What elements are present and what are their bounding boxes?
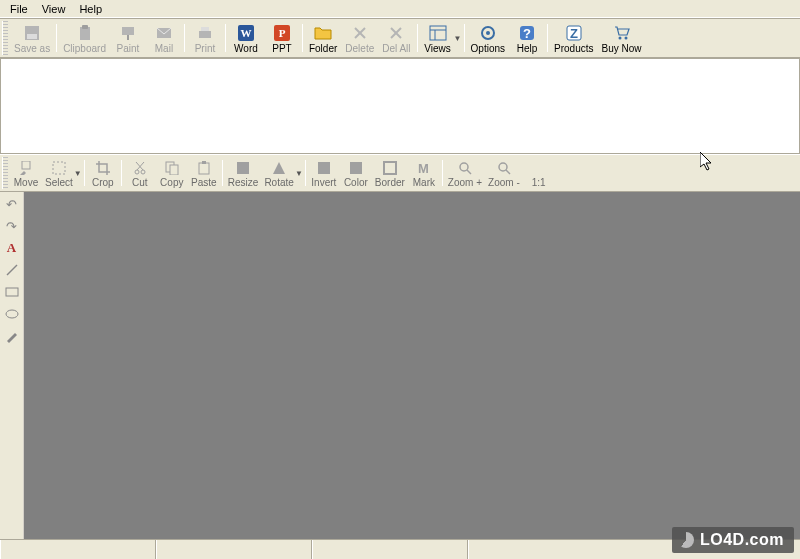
mail-button[interactable]: Mail	[146, 21, 182, 55]
invert-button[interactable]: Invert	[308, 157, 340, 189]
invert-label: Invert	[311, 177, 336, 188]
thumbnail-gallery[interactable]	[0, 58, 800, 154]
zoom-out-icon	[496, 160, 512, 176]
gear-icon	[479, 24, 497, 42]
svg-rect-17	[430, 26, 446, 40]
toolbar-separator	[56, 24, 57, 52]
select-button[interactable]: Select	[42, 157, 76, 189]
toolbar-grip[interactable]	[2, 21, 8, 55]
ppt-label: PPT	[272, 43, 291, 54]
crop-label: Crop	[92, 177, 114, 188]
views-button[interactable]: Views	[420, 21, 456, 55]
line-tool-icon[interactable]	[4, 262, 20, 278]
border-button[interactable]: Border	[372, 157, 408, 189]
rotate-button[interactable]: Rotate	[261, 157, 296, 189]
buy-now-label: Buy Now	[602, 43, 642, 54]
mail-label: Mail	[155, 43, 173, 54]
folder-button[interactable]: Folder	[305, 21, 341, 55]
help-icon: ?	[518, 24, 536, 42]
color-button[interactable]: Color	[340, 157, 372, 189]
print-button[interactable]: Print	[187, 21, 223, 55]
copy-icon	[164, 160, 180, 176]
cut-icon	[132, 160, 148, 176]
status-cell	[312, 540, 468, 559]
svg-text:P: P	[279, 27, 286, 39]
clipboard-button[interactable]: Clipboard	[59, 21, 110, 55]
copy-button[interactable]: Copy	[156, 157, 188, 189]
crop-icon	[95, 160, 111, 176]
pencil-tool-icon[interactable]	[4, 328, 20, 344]
crop-button[interactable]: Crop	[87, 157, 119, 189]
products-icon: Z	[565, 24, 583, 42]
status-cell	[156, 540, 312, 559]
paint-button[interactable]: Paint	[110, 21, 146, 55]
views-dropdown-arrow[interactable]: ▼	[454, 21, 462, 55]
cut-label: Cut	[132, 177, 148, 188]
toolbar-separator	[84, 160, 85, 186]
products-button[interactable]: Z Products	[550, 21, 597, 55]
options-button[interactable]: Options	[467, 21, 509, 55]
paint-icon	[119, 24, 137, 42]
ppt-button[interactable]: P PPT	[264, 21, 300, 55]
svg-line-33	[136, 162, 143, 170]
svg-rect-35	[170, 165, 178, 175]
cart-icon	[613, 24, 631, 42]
rotate-label: Rotate	[264, 177, 293, 188]
undo-icon[interactable]: ↶	[4, 196, 20, 212]
clipboard-icon	[76, 24, 94, 42]
toolbar-separator	[305, 160, 306, 186]
cut-button[interactable]: Cut	[124, 157, 156, 189]
svg-point-46	[499, 163, 507, 171]
delete-all-button[interactable]: Del All	[378, 21, 414, 55]
toolbar-separator	[547, 24, 548, 52]
side-toolbar: ↶ ↷ A	[0, 192, 24, 539]
rect-tool-icon[interactable]	[4, 284, 20, 300]
redo-icon[interactable]: ↷	[4, 218, 20, 234]
menu-help[interactable]: Help	[73, 2, 108, 16]
invert-icon	[316, 160, 332, 176]
toolbar-grip[interactable]	[2, 157, 8, 189]
menu-file[interactable]: File	[4, 2, 34, 16]
delete-all-icon	[387, 24, 405, 42]
select-dropdown-arrow[interactable]: ▼	[74, 157, 82, 189]
rotate-icon	[271, 160, 287, 176]
word-button[interactable]: W Word	[228, 21, 264, 55]
zoom-out-label: Zoom -	[488, 177, 520, 188]
zoom-fit-icon	[531, 160, 547, 176]
border-label: Border	[375, 177, 405, 188]
help-button[interactable]: ? Help	[509, 21, 545, 55]
select-label: Select	[45, 177, 73, 188]
help-label: Help	[517, 43, 538, 54]
border-icon	[382, 160, 398, 176]
text-tool-icon[interactable]: A	[4, 240, 20, 256]
svg-rect-7	[199, 31, 211, 38]
views-label: Views	[424, 43, 451, 54]
delete-icon	[351, 24, 369, 42]
zoom-out-button[interactable]: Zoom -	[485, 157, 523, 189]
editor-toolbar: Move Select ▼ Crop Cut Copy Paste Resize…	[0, 154, 800, 192]
editor-area: ↶ ↷ A	[0, 192, 800, 539]
save-as-button[interactable]: Save as	[10, 21, 54, 55]
rotate-dropdown-arrow[interactable]: ▼	[295, 157, 303, 189]
watermark: LO4D.com	[672, 527, 794, 553]
svg-text:M: M	[418, 161, 429, 175]
svg-point-44	[460, 163, 468, 171]
views-icon	[429, 24, 447, 42]
options-label: Options	[471, 43, 505, 54]
resize-button[interactable]: Resize	[225, 157, 262, 189]
delete-button[interactable]: Delete	[341, 21, 378, 55]
mark-button[interactable]: M Mark	[408, 157, 440, 189]
ellipse-tool-icon[interactable]	[4, 306, 20, 322]
svg-point-27	[624, 37, 627, 40]
svg-text:?: ?	[523, 26, 531, 41]
buy-now-button[interactable]: Buy Now	[598, 21, 646, 55]
canvas-area[interactable]	[24, 192, 800, 539]
svg-rect-28	[22, 161, 30, 169]
svg-line-48	[7, 265, 17, 275]
svg-rect-42	[384, 162, 396, 174]
zoom-fit-button[interactable]: 1:1	[523, 157, 555, 189]
move-button[interactable]: Move	[10, 157, 42, 189]
menu-view[interactable]: View	[36, 2, 72, 16]
paste-button[interactable]: Paste	[188, 157, 220, 189]
zoom-in-button[interactable]: Zoom +	[445, 157, 485, 189]
